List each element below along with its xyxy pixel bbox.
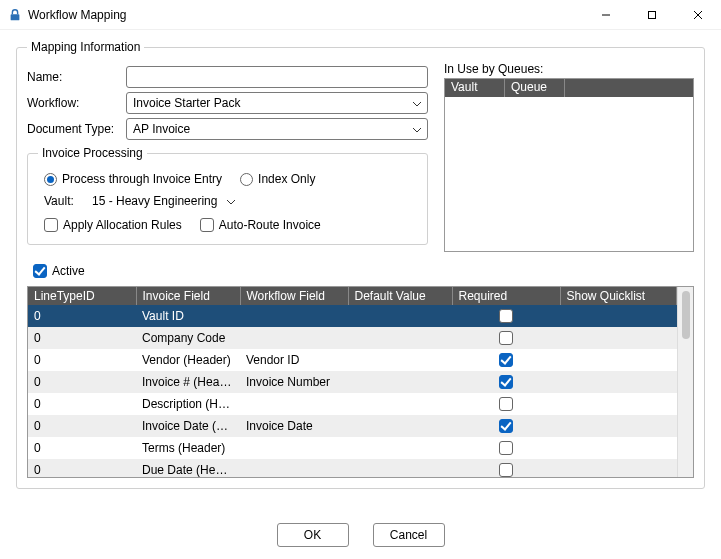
in-use-queues-list[interactable]: Vault Queue xyxy=(444,78,694,252)
table-cell[interactable]: Vendor ID xyxy=(240,349,348,371)
table-cell[interactable] xyxy=(348,415,452,437)
table-cell[interactable] xyxy=(240,393,348,415)
quicklist-cell[interactable] xyxy=(560,459,677,477)
table-cell[interactable]: Due Date (Header) xyxy=(136,459,240,477)
window-title: Workflow Mapping xyxy=(28,8,126,22)
radio-unchecked-icon xyxy=(240,173,253,186)
ok-button[interactable]: OK xyxy=(277,523,349,547)
table-row[interactable]: 0Due Date (Header) xyxy=(28,459,677,477)
radio-checked-icon xyxy=(44,173,57,186)
table-cell[interactable]: 0 xyxy=(28,437,136,459)
table-cell[interactable]: 0 xyxy=(28,393,136,415)
cancel-button[interactable]: Cancel xyxy=(373,523,445,547)
table-cell[interactable]: 0 xyxy=(28,349,136,371)
table-cell[interactable]: Invoice # (Header) xyxy=(136,371,240,393)
required-cell[interactable] xyxy=(452,393,560,415)
maximize-button[interactable] xyxy=(629,0,675,30)
table-cell[interactable]: 0 xyxy=(28,459,136,477)
table-cell[interactable] xyxy=(348,459,452,477)
table-cell[interactable]: 0 xyxy=(28,327,136,349)
checkbox-unchecked-icon xyxy=(200,218,214,232)
table-cell[interactable]: Invoice Number xyxy=(240,371,348,393)
required-checkbox[interactable] xyxy=(499,441,513,455)
quicklist-cell[interactable] xyxy=(560,393,677,415)
required-cell[interactable] xyxy=(452,349,560,371)
name-input[interactable] xyxy=(126,66,428,88)
table-row[interactable]: 0Description (Hea... xyxy=(28,393,677,415)
table-row[interactable]: 0Vendor (Header)Vendor ID xyxy=(28,349,677,371)
col-workflow-field[interactable]: Workflow Field xyxy=(240,287,348,305)
table-cell[interactable]: Terms (Header) xyxy=(136,437,240,459)
vault-select[interactable]: 15 - Heavy Engineering xyxy=(92,194,352,208)
table-row[interactable]: 0Terms (Header) xyxy=(28,437,677,459)
active-label: Active xyxy=(52,264,85,278)
required-checkbox[interactable] xyxy=(499,397,513,411)
table-cell[interactable]: Invoice Date xyxy=(240,415,348,437)
col-linetype[interactable]: LineTypeID xyxy=(28,287,136,305)
quicklist-cell[interactable] xyxy=(560,327,677,349)
required-cell[interactable] xyxy=(452,415,560,437)
table-cell[interactable] xyxy=(348,393,452,415)
quicklist-cell[interactable] xyxy=(560,437,677,459)
table-cell[interactable] xyxy=(348,349,452,371)
table-row[interactable]: 0Invoice Date (He...Invoice Date xyxy=(28,415,677,437)
index-only-radio[interactable]: Index Only xyxy=(240,172,315,186)
required-checkbox[interactable] xyxy=(499,463,513,477)
required-cell[interactable] xyxy=(452,437,560,459)
table-cell[interactable]: Vault ID xyxy=(136,305,240,327)
apply-allocation-checkbox[interactable]: Apply Allocation Rules xyxy=(44,218,182,232)
active-checkbox[interactable]: Active xyxy=(33,264,85,278)
table-cell[interactable] xyxy=(240,437,348,459)
document-type-select[interactable]: AP Invoice xyxy=(126,118,428,140)
required-cell[interactable] xyxy=(452,305,560,327)
table-cell[interactable]: 0 xyxy=(28,371,136,393)
quicklist-cell[interactable] xyxy=(560,371,677,393)
in-use-col-vault[interactable]: Vault xyxy=(445,79,505,97)
chevron-down-icon xyxy=(413,122,421,136)
col-default-value[interactable]: Default Value xyxy=(348,287,452,305)
auto-route-checkbox[interactable]: Auto-Route Invoice xyxy=(200,218,321,232)
col-invoice-field[interactable]: Invoice Field xyxy=(136,287,240,305)
table-cell[interactable]: Company Code xyxy=(136,327,240,349)
close-button[interactable] xyxy=(675,0,721,30)
table-cell[interactable] xyxy=(240,459,348,477)
table-cell[interactable] xyxy=(240,305,348,327)
table-cell[interactable] xyxy=(240,327,348,349)
table-cell[interactable]: 0 xyxy=(28,415,136,437)
quicklist-cell[interactable] xyxy=(560,305,677,327)
scrollbar-thumb[interactable] xyxy=(682,291,690,339)
workflow-select[interactable]: Invoice Starter Pack xyxy=(126,92,428,114)
table-cell[interactable]: Description (Hea... xyxy=(136,393,240,415)
table-cell[interactable] xyxy=(348,371,452,393)
required-checkbox[interactable] xyxy=(499,419,513,433)
table-cell[interactable]: Vendor (Header) xyxy=(136,349,240,371)
required-cell[interactable] xyxy=(452,459,560,477)
process-entry-radio[interactable]: Process through Invoice Entry xyxy=(44,172,222,186)
table-row[interactable]: 0Company Code xyxy=(28,327,677,349)
checkbox-checked-icon xyxy=(33,264,47,278)
in-use-col-queue[interactable]: Queue xyxy=(505,79,565,97)
table-cell[interactable] xyxy=(348,327,452,349)
minimize-button[interactable] xyxy=(583,0,629,30)
table-row[interactable]: 0Invoice # (Header)Invoice Number xyxy=(28,371,677,393)
required-checkbox[interactable] xyxy=(499,353,513,367)
table-cell[interactable] xyxy=(348,305,452,327)
mapping-grid[interactable]: LineTypeID Invoice Field Workflow Field … xyxy=(27,286,694,478)
quicklist-cell[interactable] xyxy=(560,349,677,371)
grid-scrollbar[interactable] xyxy=(677,287,693,477)
col-show-quicklist[interactable]: Show Quicklist xyxy=(560,287,677,305)
required-checkbox[interactable] xyxy=(499,309,513,323)
required-cell[interactable] xyxy=(452,327,560,349)
table-row[interactable]: 0Vault ID xyxy=(28,305,677,327)
required-checkbox[interactable] xyxy=(499,375,513,389)
required-checkbox[interactable] xyxy=(499,331,513,345)
vault-select-value: 15 - Heavy Engineering xyxy=(92,194,217,208)
col-required[interactable]: Required xyxy=(452,287,560,305)
table-cell[interactable]: Invoice Date (He... xyxy=(136,415,240,437)
table-cell[interactable] xyxy=(348,437,452,459)
required-cell[interactable] xyxy=(452,371,560,393)
name-input-field[interactable] xyxy=(133,67,421,87)
table-cell[interactable]: 0 xyxy=(28,305,136,327)
in-use-col-fill xyxy=(565,79,693,97)
quicklist-cell[interactable] xyxy=(560,415,677,437)
